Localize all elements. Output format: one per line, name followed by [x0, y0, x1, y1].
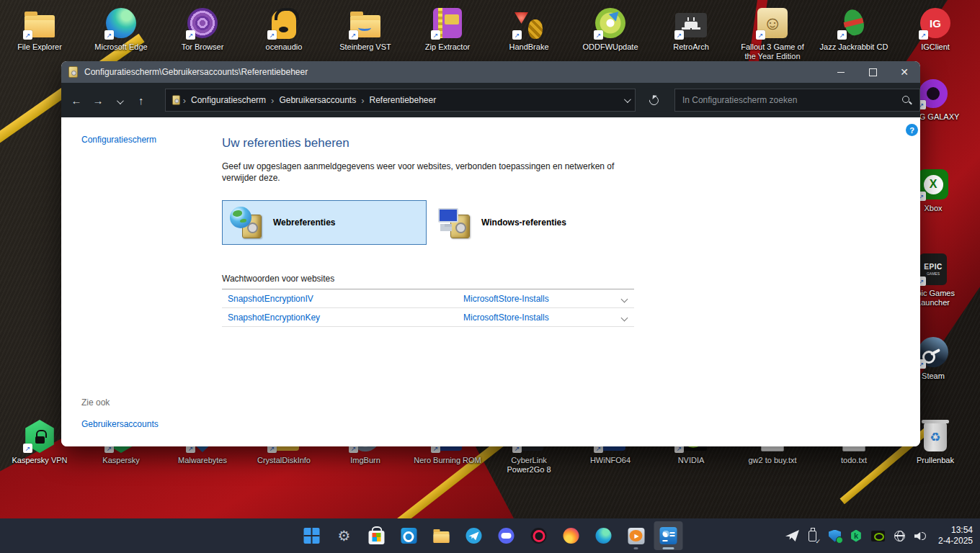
credential-row[interactable]: SnapshotEncryptionIV MicrosoftStore-Inst…	[222, 289, 634, 308]
breadcrumb-referentiebeheer[interactable]: Referentiebeheer	[369, 95, 436, 105]
shortcut-arrow-icon	[594, 30, 603, 40]
desktop-icon-label: HandBrake	[493, 42, 565, 52]
page-title: Uw referenties beheren	[222, 136, 669, 150]
desktop-icon-microsoft-edge[interactable]: Microsoft Edge	[85, 6, 157, 52]
desktop-icon-zip-extractor[interactable]: Zip Extractor	[411, 6, 484, 52]
expand-button[interactable]	[622, 313, 627, 323]
address-bar[interactable]: › Configuratiescherm › Gebruikersaccount…	[165, 89, 636, 112]
expand-button[interactable]	[622, 294, 627, 304]
back-button[interactable]: ←	[66, 94, 87, 107]
window-titlebar[interactable]: Configuratiescherm\Gebruikersaccounts\Re…	[61, 61, 920, 83]
taskbar-settings[interactable]: ⚙	[330, 521, 359, 550]
refresh-icon	[648, 94, 661, 107]
forward-button[interactable]: →	[87, 94, 109, 107]
sidebar-link-configuratiescherm[interactable]: Configuratiescherm	[81, 135, 156, 145]
desktop-icon-jazz-jackrabbit[interactable]: Jazz Jackrabbit CD	[818, 6, 890, 52]
outlook-icon	[401, 528, 417, 544]
shortcut-arrow-icon	[23, 444, 32, 453]
desktop-icon-steinberg-vst[interactable]: Steinberg VST	[329, 6, 401, 52]
clock-time: 13:54	[938, 525, 973, 536]
discord-icon	[499, 528, 514, 544]
taskbar-outlook[interactable]	[395, 521, 424, 550]
desktop-icon-tor-browser[interactable]: Tor Browser	[166, 6, 239, 52]
chevron-down-icon	[621, 295, 628, 302]
desktop-icon-label: ODDFWUpdate	[574, 42, 646, 52]
desktop-icon-fallout3[interactable]: Fallout 3 Game of the Year Edition	[736, 6, 808, 61]
address-dropdown-icon[interactable]	[624, 96, 631, 103]
desktop-icon-label: gw2 to buy.txt	[736, 456, 808, 465]
folder-icon	[434, 531, 450, 543]
refresh-button[interactable]	[646, 96, 663, 105]
desktop-icon-ocenaudio[interactable]: ocenaudio	[248, 6, 320, 52]
tray-kaspersky-icon[interactable]	[850, 530, 862, 542]
search-input[interactable]	[682, 95, 901, 105]
tray-telegram-icon[interactable]	[785, 530, 799, 541]
shortcut-arrow-icon	[104, 30, 114, 40]
desktop-icon-oddfwupdate[interactable]: ODDFWUpdate	[574, 6, 646, 52]
see-also-link-gebruikersaccounts[interactable]: Gebruikersaccounts	[81, 419, 159, 429]
tile-webreferenties[interactable]: Webreferenties	[222, 200, 427, 245]
desktop-icon-label: Malwarebytes	[166, 456, 239, 465]
credential-source-link[interactable]: MicrosoftStore-Installs	[463, 313, 549, 323]
taskbar-microsoft-store[interactable]	[362, 521, 391, 550]
desktop-icon-label: IGClient	[899, 42, 971, 52]
tile-label: Windows-referenties	[481, 217, 566, 228]
desktop-icon-label: HWiNFO64	[574, 456, 646, 465]
taskbar-discord[interactable]	[492, 521, 521, 550]
breadcrumb-gebruikersaccounts[interactable]: Gebruikersaccounts	[279, 95, 356, 105]
recent-pages-button[interactable]	[109, 94, 130, 107]
taskbar-file-explorer[interactable]	[427, 521, 456, 550]
breadcrumb-separator: ›	[361, 95, 364, 106]
tray-windows-security-icon[interactable]	[829, 530, 841, 542]
desktop-icon-file-explorer[interactable]: File Explorer	[4, 6, 76, 52]
system-tray: 13:54 2-4-2025	[785, 518, 973, 553]
breadcrumb-configuratiescherm[interactable]: Configuratiescherm	[191, 95, 266, 105]
see-also-section: Zie ook Gebruikersaccounts	[81, 397, 159, 429]
minimize-button[interactable]	[825, 61, 857, 83]
desktop-icon-igclient[interactable]: IGClient	[899, 6, 971, 52]
tray-nvidia-icon[interactable]	[871, 531, 885, 541]
recycle-bin-icon	[924, 423, 947, 451]
page-description: Geef uw opgeslagen aanmeldgegevens weer …	[222, 161, 617, 184]
desktop-icon-retroarch[interactable]: RetroArch	[655, 6, 727, 52]
desktop-icon-handbrake[interactable]: HandBrake	[493, 6, 565, 52]
credential-list-header: Wachtwoorden voor websites	[222, 274, 634, 289]
credential-name-link[interactable]: SnapshotEncryptionIV	[222, 294, 463, 304]
tray-network-icon[interactable]	[894, 531, 905, 541]
tray-usb-eject-icon[interactable]	[808, 531, 816, 541]
up-button[interactable]: ↑	[130, 94, 152, 107]
desktop-icon-label: File Explorer	[4, 42, 76, 52]
search-box[interactable]	[674, 89, 920, 112]
taskbar-opera-gx[interactable]	[525, 521, 553, 550]
credential-name-link[interactable]: SnapshotEncryptionKey	[222, 313, 463, 323]
shortcut-arrow-icon	[267, 30, 277, 40]
main-panel: Uw referenties beheren Geef uw opgeslage…	[222, 136, 669, 327]
taskbar-telegram[interactable]	[460, 521, 489, 550]
windows-start-icon	[304, 528, 320, 544]
taskbar-control-panel-active[interactable]	[654, 521, 683, 550]
tile-windows-referenties[interactable]: Windows-referenties	[432, 200, 566, 245]
desktop-icon-label: todo.txt	[818, 456, 890, 465]
windows-credentials-icon	[438, 207, 473, 238]
shortcut-arrow-icon	[512, 30, 522, 40]
start-button[interactable]	[298, 521, 326, 550]
credential-row[interactable]: SnapshotEncryptionKey MicrosoftStore-Ins…	[222, 308, 634, 327]
close-button[interactable]: ✕	[888, 61, 920, 83]
taskbar-edge[interactable]	[589, 521, 618, 550]
desktop-icon-label: Nero Burning ROM	[411, 456, 484, 465]
taskbar-media-player[interactable]	[622, 521, 651, 550]
desktop-screen: File Explorer Microsoft Edge Tor Browser…	[0, 0, 980, 553]
window-content: ? Configuratiescherm Uw referenties behe…	[61, 117, 920, 446]
help-button[interactable]: ?	[906, 124, 918, 136]
credential-source-link[interactable]: MicrosoftStore-Installs	[463, 294, 549, 304]
maximize-button[interactable]	[857, 61, 888, 83]
window-title: Configuratiescherm\Gebruikersaccounts\Re…	[84, 67, 308, 77]
desktop-icon-label: Zip Extractor	[411, 42, 484, 52]
taskbar-clock[interactable]: 13:54 2-4-2025	[938, 525, 973, 547]
shortcut-arrow-icon	[431, 30, 440, 40]
chevron-down-icon	[117, 97, 124, 104]
taskbar-firefox[interactable]	[557, 521, 586, 550]
tray-volume-icon[interactable]	[914, 531, 927, 541]
shortcut-arrow-icon	[837, 30, 847, 40]
search-icon	[901, 95, 912, 106]
